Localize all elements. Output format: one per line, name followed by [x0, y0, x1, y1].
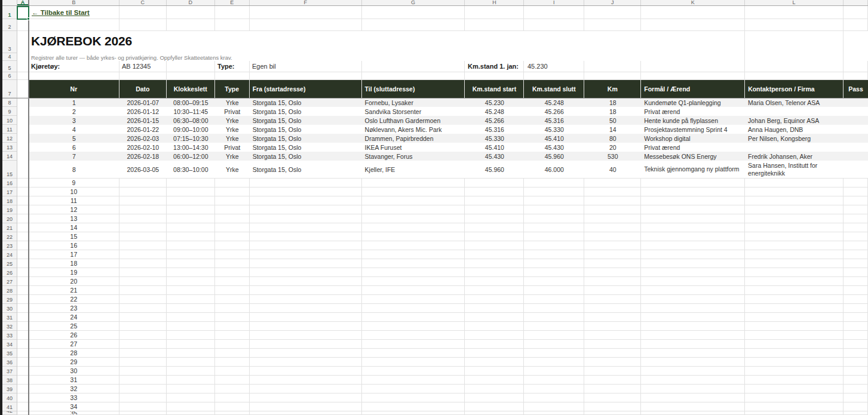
cell-B33[interactable]: 26: [29, 331, 119, 340]
cell-M17[interactable]: [844, 187, 868, 196]
cell-A42[interactable]: [17, 411, 29, 415]
cell-K40[interactable]: [641, 394, 745, 402]
cell-J3[interactable]: [584, 31, 641, 53]
cell-D39[interactable]: [167, 385, 215, 394]
cell-G42[interactable]: [362, 411, 465, 415]
cell-E34[interactable]: [215, 340, 250, 349]
cell-M31[interactable]: [844, 313, 868, 322]
cell-M4[interactable]: [844, 53, 868, 61]
row-header-18[interactable]: 18: [2, 196, 17, 205]
cell-I2[interactable]: [524, 19, 584, 31]
cell-L34[interactable]: [745, 340, 844, 349]
cell-K10[interactable]: Hente kunde på flyplassen: [641, 116, 745, 125]
cell-F42[interactable]: [250, 411, 362, 415]
cell-D8[interactable]: 08:00–09:15: [167, 98, 215, 107]
cell-H31[interactable]: [465, 313, 524, 322]
cell-E25[interactable]: [215, 259, 250, 268]
cell-K42[interactable]: [641, 411, 745, 415]
cell-M15[interactable]: [844, 161, 868, 179]
cell-K41[interactable]: [641, 402, 745, 411]
cell-G13[interactable]: IKEA Furuset: [362, 143, 465, 152]
cell-F8[interactable]: Storgata 15, Oslo: [250, 98, 362, 107]
cell-D5[interactable]: [167, 61, 215, 72]
cell-F18[interactable]: [250, 196, 362, 205]
cell-F29[interactable]: [250, 295, 362, 304]
cell-G20[interactable]: [362, 214, 465, 223]
cell-B31[interactable]: 24: [29, 313, 119, 322]
cell-D9[interactable]: 10:30–11:45: [167, 107, 215, 116]
row-header-5[interactable]: 5: [2, 61, 17, 72]
cell-D38[interactable]: [167, 376, 215, 385]
cell-G2[interactable]: [362, 19, 465, 31]
cell-H30[interactable]: [465, 304, 524, 313]
cell-G5[interactable]: [362, 61, 465, 72]
cell-D6[interactable]: [167, 72, 215, 80]
cell-J17[interactable]: [584, 187, 641, 196]
row-header-10[interactable]: 10: [2, 116, 17, 125]
cell-M27[interactable]: [844, 277, 868, 286]
row-header-30[interactable]: 30: [2, 304, 17, 313]
cell-I9[interactable]: 45.266: [524, 107, 584, 116]
cell-I22[interactable]: [524, 232, 584, 241]
row-header-21[interactable]: 21: [2, 223, 17, 232]
cell-F7[interactable]: Fra (startadresse): [250, 80, 362, 98]
cell-I12[interactable]: 45.410: [524, 134, 584, 143]
cell-D33[interactable]: [167, 331, 215, 340]
row-header-2[interactable]: 2: [2, 19, 17, 31]
cell-C19[interactable]: [119, 205, 167, 214]
cell-A17[interactable]: [17, 187, 29, 196]
cell-L41[interactable]: [745, 402, 844, 411]
cell-M16[interactable]: [844, 179, 868, 187]
cell-F4[interactable]: [250, 53, 362, 61]
cell-A14[interactable]: [17, 152, 29, 161]
cell-C9[interactable]: 2026-01-12: [119, 107, 167, 116]
cell-E6[interactable]: [215, 72, 250, 80]
cell-A5[interactable]: [17, 61, 29, 72]
cell-G30[interactable]: [362, 304, 465, 313]
cell-F30[interactable]: [250, 304, 362, 313]
cell-G39[interactable]: [362, 385, 465, 394]
cell-J10[interactable]: 50: [584, 116, 641, 125]
cell-B15[interactable]: 8: [29, 161, 119, 179]
cell-G16[interactable]: [362, 179, 465, 187]
cell-G29[interactable]: [362, 295, 465, 304]
cell-C20[interactable]: [119, 214, 167, 223]
cell-I18[interactable]: [524, 196, 584, 205]
cell-H37[interactable]: [465, 367, 524, 376]
cell-H26[interactable]: [465, 268, 524, 277]
cell-F6[interactable]: [250, 72, 362, 80]
row-header-40[interactable]: 40: [2, 394, 17, 402]
row-header-14[interactable]: 14: [2, 152, 17, 161]
cell-L10[interactable]: Johan Berg, Equinor ASA: [745, 116, 844, 125]
cell-M3[interactable]: [844, 31, 868, 53]
cell-A24[interactable]: [17, 250, 29, 259]
cell-L31[interactable]: [745, 313, 844, 322]
cell-I1[interactable]: [524, 6, 584, 19]
select-all-corner[interactable]: [2, 0, 17, 5]
cell-G19[interactable]: [362, 205, 465, 214]
cell-H11[interactable]: 45.316: [465, 125, 524, 134]
km-start-value[interactable]: 45.230: [527, 61, 548, 72]
row-header-13[interactable]: 13: [2, 143, 17, 152]
cell-H41[interactable]: [465, 402, 524, 411]
cell-A20[interactable]: [17, 214, 29, 223]
cell-J22[interactable]: [584, 232, 641, 241]
cell-F34[interactable]: [250, 340, 362, 349]
cell-C17[interactable]: [119, 187, 167, 196]
cell-B18[interactable]: 11: [29, 196, 119, 205]
cell-I29[interactable]: [524, 295, 584, 304]
cell-J37[interactable]: [584, 367, 641, 376]
cell-A4[interactable]: [17, 53, 29, 61]
cell-M23[interactable]: [844, 241, 868, 250]
cell-C24[interactable]: [119, 250, 167, 259]
cell-D15[interactable]: 08:30–10:00: [167, 161, 215, 179]
cell-H24[interactable]: [465, 250, 524, 259]
cell-F9[interactable]: Storgata 15, Oslo: [250, 107, 362, 116]
cell-J2[interactable]: [584, 19, 641, 31]
cell-C18[interactable]: [119, 196, 167, 205]
cell-G38[interactable]: [362, 376, 465, 385]
cell-B11[interactable]: 4: [29, 125, 119, 134]
cell-I10[interactable]: 45.316: [524, 116, 584, 125]
cell-K22[interactable]: [641, 232, 745, 241]
cell-K18[interactable]: [641, 196, 745, 205]
